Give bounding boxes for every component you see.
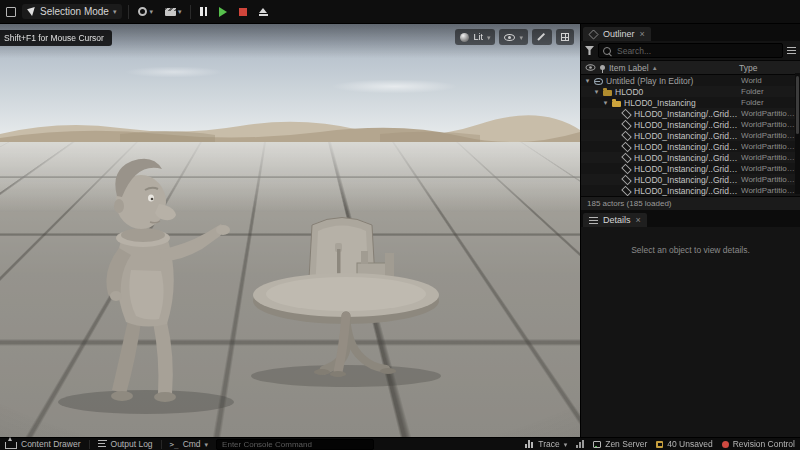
item-label-header-text: Item Label [609, 63, 649, 73]
outliner-row[interactable]: ▾HLOD0_InstancingFolder [581, 97, 800, 108]
visibility-column-icon[interactable] [586, 64, 596, 70]
cursor-icon [27, 7, 37, 17]
play-button[interactable] [216, 5, 230, 19]
mouse-cursor-hint: Shift+F1 for Mouse Cursor [0, 30, 112, 46]
revision-control-label: Revision Control [733, 439, 795, 449]
row-type: WorldPartitionH... [741, 120, 798, 129]
details-tabbar: Details × [581, 210, 800, 227]
pin-column-icon[interactable] [600, 65, 605, 70]
tab-details[interactable]: Details × [583, 213, 647, 227]
outliner-row[interactable]: HLOD0_Instancing/..Grid_L0_X0_Y-1_Z0Worl… [581, 152, 800, 163]
status-bar: Content Drawer Output Log >_ Cmd ▾ Trace… [0, 437, 800, 450]
insights-icon[interactable] [576, 440, 584, 448]
outliner-footer: 185 actors (185 loaded) [581, 196, 800, 210]
show-flags-dropdown[interactable]: ▾ [499, 29, 528, 45]
row-type: World [741, 76, 798, 85]
toolbar-separator [190, 5, 191, 19]
blueprints-dropdown[interactable]: ▾ [135, 5, 156, 18]
viewport-layout-button[interactable] [556, 29, 574, 45]
outliner-scrollbar[interactable] [795, 73, 800, 194]
table-prop [253, 218, 439, 378]
statusbar-right-cluster: Trace ▾ Zen Server 40 Unsaved Revision C… [525, 439, 795, 449]
outliner-header-row: Item Label ▲ Type [581, 60, 800, 75]
trace-dropdown[interactable]: Trace ▾ [525, 439, 567, 449]
outliner-row[interactable]: HLOD0_Instancing/..Grid_L0_X0_Y1_Z0World… [581, 163, 800, 174]
folder-open-icon [612, 101, 621, 107]
statusbar-separator [89, 440, 90, 449]
lit-sphere-icon [460, 33, 469, 42]
filter-icon[interactable] [585, 46, 594, 55]
details-icon [589, 216, 598, 225]
chevron-down-icon: ▾ [564, 441, 568, 448]
tab-outliner[interactable]: Outliner × [583, 27, 651, 41]
cinematics-dropdown[interactable]: ▾ [162, 6, 185, 18]
level-viewport[interactable]: Shift+F1 for Mouse Cursor Lit ▾ ▾ [0, 24, 581, 437]
right-dock: Outliner × Item Label ▲ Type [581, 24, 800, 437]
outliner-row[interactable]: HLOD0_Instancing/..Grid_L0_X0_Y2_Z0World… [581, 174, 800, 185]
search-input[interactable] [615, 45, 778, 57]
expander-icon[interactable]: ▾ [584, 77, 591, 84]
type-column-header[interactable]: Type [739, 63, 796, 73]
save-icon [656, 441, 663, 448]
close-icon[interactable]: × [640, 30, 645, 39]
content-drawer-icon [5, 442, 17, 449]
view-mode-label: Lit [473, 32, 483, 42]
expander-icon[interactable]: ▾ [593, 88, 600, 95]
outliner-search[interactable] [598, 43, 783, 58]
console-input[interactable] [220, 439, 370, 450]
unsaved-packages-button[interactable]: 40 Unsaved [656, 439, 712, 449]
row-label: Untitled (Play In Editor) [606, 76, 738, 86]
outliner-row[interactable]: HLOD0_Instancing/..Grid_L0_X-2_Y-1_Z0Wor… [581, 185, 800, 196]
row-type: WorldPartitionH... [741, 131, 798, 140]
expander-icon[interactable]: ▾ [602, 99, 609, 106]
outliner-rows: ▾Untitled (Play In Editor)World▾HLOD0Fol… [581, 75, 800, 196]
outliner-row[interactable]: HLOD0_Instancing/..Grid_L0_X-1_Y-3_Z0Wor… [581, 130, 800, 141]
revision-control-button[interactable]: Revision Control [722, 439, 795, 449]
row-type: WorldPartitionH... [741, 109, 798, 118]
eject-button[interactable] [256, 6, 270, 18]
view-mode-dropdown[interactable]: Lit ▾ [455, 29, 495, 45]
search-icon [603, 47, 611, 55]
outliner-row[interactable]: HLOD0_Instancing/..Grid_L0_X-1_Y-1_Z0Wor… [581, 108, 800, 119]
chevron-down-icon: ▾ [487, 34, 491, 41]
revision-control-icon [722, 441, 729, 448]
row-type: Folder [741, 98, 798, 107]
row-type: WorldPartitionH... [741, 153, 798, 162]
outliner-row[interactable]: HLOD0_Instancing/..Grid_L0_X-1_Y-2_Z0Wor… [581, 119, 800, 130]
row-label: HLOD0_Instancing/..Grid_L0_X-1_Y-4_Z0 [634, 142, 738, 152]
outliner-panel: Outliner × Item Label ▲ Type [581, 24, 800, 210]
outliner-settings-icon[interactable] [787, 46, 796, 55]
zen-server-status[interactable]: Zen Server [593, 439, 647, 449]
selection-mode-dropdown[interactable]: Selection Mode ▾ [22, 4, 122, 19]
console-command-field[interactable] [216, 439, 374, 450]
stop-icon [239, 8, 247, 16]
eye-icon [504, 34, 515, 41]
selection-mode-label: Selection Mode [40, 6, 109, 17]
viewport-toolbar: Lit ▾ ▾ [455, 29, 574, 45]
eject-icon [259, 8, 267, 13]
outliner-tab-label: Outliner [603, 29, 635, 39]
scrollbar-thumb[interactable] [796, 76, 799, 134]
row-label: HLOD0_Instancing/..Grid_L0_X-1_Y-3_Z0 [634, 131, 738, 141]
outliner-row[interactable]: ▾HLOD0Folder [581, 86, 800, 97]
outliner-row[interactable]: ▾Untitled (Play In Editor)World [581, 75, 800, 86]
cmd-dropdown[interactable]: >_ Cmd ▾ [170, 439, 209, 449]
row-label: HLOD0_Instancing [624, 98, 738, 108]
stop-button[interactable] [236, 6, 250, 18]
hlod-icon [621, 109, 632, 120]
cinematics-icon [165, 8, 176, 16]
trace-icon [525, 440, 534, 448]
pause-button[interactable] [197, 5, 210, 18]
edit-mode-button[interactable] [532, 29, 552, 45]
cmd-label: Cmd [183, 439, 201, 449]
content-drawer-button[interactable]: Content Drawer [5, 439, 81, 449]
sort-ascending-icon: ▲ [652, 65, 658, 71]
outliner-row[interactable]: HLOD0_Instancing/..Grid_L0_X-1_Y-4_Z0Wor… [581, 141, 800, 152]
item-label-column-header[interactable]: Item Label ▲ [609, 63, 735, 73]
output-log-label: Output Log [111, 439, 153, 449]
editor-menu-icon[interactable] [6, 7, 16, 17]
character-shadow [58, 390, 234, 414]
close-icon[interactable]: × [636, 216, 641, 225]
output-log-button[interactable]: Output Log [98, 439, 153, 449]
blueprints-icon [138, 7, 147, 16]
